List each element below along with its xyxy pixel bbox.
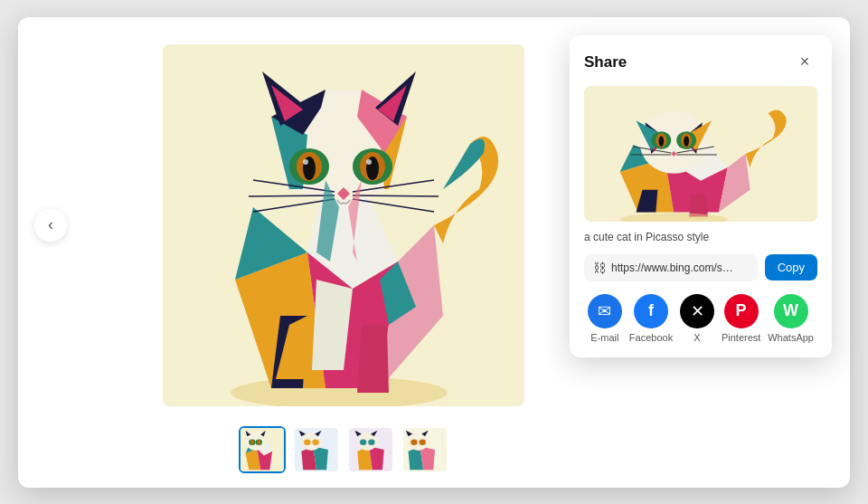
email-label: E-mail [590,332,618,343]
svg-point-63 [368,439,374,444]
svg-point-25 [303,159,308,165]
share-facebook-item[interactable]: f Facebook [629,294,673,343]
svg-point-54 [304,439,310,444]
modal-overlay: × ‹ [18,17,850,488]
share-preview-image [584,86,817,222]
share-url-row: ⛓ https://www.bing.com/searc... Copy [584,254,817,281]
share-email-item[interactable]: ✉ E-mail [588,294,622,343]
email-icon-circle: ✉ [588,294,622,328]
share-caption: a cute cat in Picasso style [584,231,817,243]
share-dialog-header: Share × [584,50,817,75]
thumbnail-1[interactable] [239,426,286,473]
svg-line-32 [353,195,439,196]
svg-point-93 [658,136,664,147]
pinterest-label: Pinterest [722,332,760,343]
svg-point-94 [684,136,689,147]
whatsapp-icon-circle: W [774,294,808,328]
copy-button[interactable]: Copy [765,254,817,281]
share-url-box: ⛓ https://www.bing.com/searc... [584,254,758,281]
thumbnails-row [239,426,448,473]
svg-line-29 [249,195,335,196]
svg-point-46 [250,440,254,444]
svg-marker-9 [357,325,389,393]
share-pinterest-item[interactable]: P Pinterest [722,294,760,343]
share-url-text: https://www.bing.com/searc... [611,262,738,274]
thumbnail-2[interactable] [293,426,340,473]
svg-point-71 [420,439,426,444]
svg-marker-81 [689,194,708,216]
whatsapp-label: WhatsApp [768,332,814,343]
facebook-icon-circle: f [634,294,668,328]
svg-point-70 [410,439,417,444]
link-icon: ⛓ [593,261,606,275]
chevron-left-icon: ‹ [48,215,53,234]
share-x-item[interactable]: ✕ X [680,294,714,343]
pinterest-icon-circle: P [724,294,759,328]
share-icons-row: ✉ E-mail f Facebook ✕ X P Pinterest W Wh… [584,294,817,343]
share-dialog-close-button[interactable]: × [792,50,817,75]
svg-point-26 [366,159,372,165]
svg-point-47 [257,440,260,444]
svg-point-62 [360,439,366,444]
svg-point-55 [312,439,318,444]
share-dialog-title: Share [584,53,627,71]
x-label: X [693,332,700,343]
facebook-label: Facebook [629,332,673,343]
prev-button[interactable]: ‹ [34,209,67,242]
x-icon-circle: ✕ [680,294,714,328]
thumbnail-4[interactable] [401,426,448,473]
share-dialog-close-icon: × [800,52,810,71]
thumbnail-3[interactable] [347,426,394,473]
share-dialog: Share × [570,35,832,357]
share-whatsapp-item[interactable]: W WhatsApp [768,294,814,343]
main-image [163,44,524,406]
